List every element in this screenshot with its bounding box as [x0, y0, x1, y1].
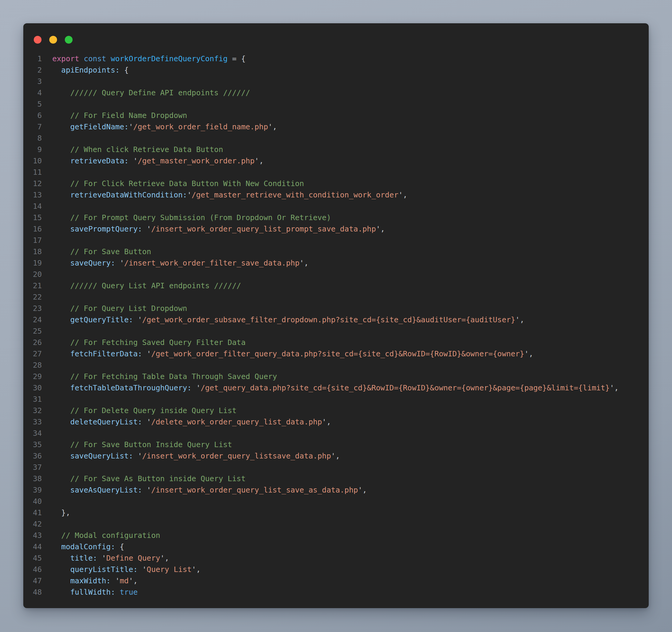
code-line: 30 fetchTableDataThroughQuery: '/get_que… [23, 382, 649, 394]
line-code: fetchFilterData: '/get_work_order_filter… [52, 348, 533, 360]
line-number: 8 [23, 132, 42, 144]
line-code: ////// Query List API endpoints ////// [52, 280, 241, 292]
line-number: 45 [23, 553, 42, 564]
line-code: title: 'Define Query', [52, 553, 169, 564]
code-line: 3 [23, 76, 649, 87]
code-line: 2 apiEndpoints: { [23, 65, 649, 76]
line-number: 18 [23, 246, 42, 258]
minimize-button[interactable] [49, 36, 57, 44]
line-number: 2 [23, 65, 42, 76]
code-line: 48 fullWidth: true [23, 587, 649, 598]
line-number: 6 [23, 110, 42, 121]
code-line: 47 maxWidth: 'md', [23, 575, 649, 587]
code-line: 8 [23, 132, 649, 144]
line-number: 14 [23, 201, 42, 212]
line-number: 12 [23, 178, 42, 189]
line-number: 48 [23, 587, 42, 598]
line-number: 30 [23, 382, 42, 394]
line-number: 1 [23, 53, 42, 65]
code-line: 20 [23, 269, 649, 280]
line-number: 42 [23, 518, 42, 530]
line-number: 29 [23, 371, 42, 382]
line-code: saveAsQueryList: '/insert_work_order_que… [52, 484, 367, 496]
line-number: 7 [23, 121, 42, 132]
line-number: 27 [23, 348, 42, 360]
code-line: 17 [23, 235, 649, 246]
line-number: 9 [23, 144, 42, 155]
line-number: 40 [23, 496, 42, 507]
line-number: 22 [23, 292, 42, 303]
code-line: 29 // For Fetching Table Data Through Sa… [23, 371, 649, 382]
line-number: 5 [23, 99, 42, 110]
line-number: 13 [23, 189, 42, 201]
line-code: // For Save Button [52, 246, 151, 258]
code-line: 35 // For Save Button Inside Query List [23, 439, 649, 451]
line-code: saveQuery: '/insert_work_order_filter_sa… [52, 258, 309, 269]
line-code: fullWidth: true [52, 587, 138, 598]
code-line: 5 [23, 99, 649, 110]
window-titlebar[interactable] [23, 23, 649, 44]
line-number: 32 [23, 405, 42, 416]
code-line: 1export const workOrderDefineQueryConfig… [23, 53, 649, 65]
line-code: getQueryTitle: '/get_work_order_subsave_… [52, 314, 524, 325]
code-line: 11 [23, 167, 649, 178]
line-code: export const workOrderDefineQueryConfig … [52, 53, 245, 65]
line-code: modalConfig: { [52, 541, 124, 553]
code-line: 31 [23, 394, 649, 405]
line-code: // Modal configuration [52, 530, 160, 541]
line-number: 25 [23, 325, 42, 337]
code-line: 14 [23, 201, 649, 212]
line-number: 4 [23, 87, 42, 99]
line-code: // For Save As Button inside Query List [52, 473, 245, 484]
line-number: 39 [23, 484, 42, 496]
line-number: 33 [23, 416, 42, 428]
code-line: 36 saveQueryList: '/insert_work_order_qu… [23, 451, 649, 462]
code-line: 21 ////// Query List API endpoints /////… [23, 280, 649, 292]
code-line: 9 // When click Retrieve Data Button [23, 144, 649, 155]
line-number: 3 [23, 76, 42, 87]
code-line: 33 deleteQueryList: '/delete_work_order_… [23, 416, 649, 428]
code-line: 19 saveQuery: '/insert_work_order_filter… [23, 258, 649, 269]
line-number: 17 [23, 235, 42, 246]
zoom-button[interactable] [65, 36, 73, 44]
code-line: 25 [23, 325, 649, 337]
line-code: ////// Query Define API endpoints ////// [52, 87, 250, 99]
line-code: saveQueryList: '/insert_work_order_query… [52, 451, 340, 462]
line-number: 16 [23, 223, 42, 235]
line-number: 15 [23, 212, 42, 223]
line-code: maxWidth: 'md', [52, 575, 138, 587]
code-line: 24 getQueryTitle: '/get_work_order_subsa… [23, 314, 649, 325]
line-number: 21 [23, 280, 42, 292]
line-number: 19 [23, 258, 42, 269]
line-number: 24 [23, 314, 42, 325]
line-number: 11 [23, 167, 42, 178]
code-line: 39 saveAsQueryList: '/insert_work_order_… [23, 484, 649, 496]
line-code: savePromptQuery: '/insert_work_order_que… [52, 223, 385, 235]
line-code: getFieldName:'/get_work_order_field_name… [52, 121, 277, 132]
line-code: // For Field Name Dropdown [52, 110, 187, 121]
line-number: 31 [23, 394, 42, 405]
code-line: 44 modalConfig: { [23, 541, 649, 553]
line-code: // For Query List Dropdown [52, 303, 187, 314]
code-editor[interactable]: 1export const workOrderDefineQueryConfig… [23, 53, 649, 598]
line-number: 44 [23, 541, 42, 553]
line-number: 26 [23, 337, 42, 348]
code-line: 15 // For Prompt Query Submission (From … [23, 212, 649, 223]
line-number: 20 [23, 269, 42, 280]
line-code: // For Fetching Table Data Through Saved… [52, 371, 277, 382]
line-number: 36 [23, 451, 42, 462]
line-number: 35 [23, 439, 42, 451]
line-code: queryListTitle: 'Query List', [52, 564, 201, 575]
code-line: 45 title: 'Define Query', [23, 553, 649, 564]
line-code: retrieveDataWithCondition:'/get_master_r… [52, 189, 407, 201]
line-number: 28 [23, 360, 42, 371]
code-line: 37 [23, 462, 649, 473]
line-number: 41 [23, 507, 42, 518]
code-line: 46 queryListTitle: 'Query List', [23, 564, 649, 575]
line-number: 47 [23, 575, 42, 587]
close-button[interactable] [34, 36, 42, 44]
line-number: 43 [23, 530, 42, 541]
code-line: 27 fetchFilterData: '/get_work_order_fil… [23, 348, 649, 360]
line-code: // When click Retrieve Data Button [52, 144, 223, 155]
line-code: // For Save Button Inside Query List [52, 439, 232, 451]
